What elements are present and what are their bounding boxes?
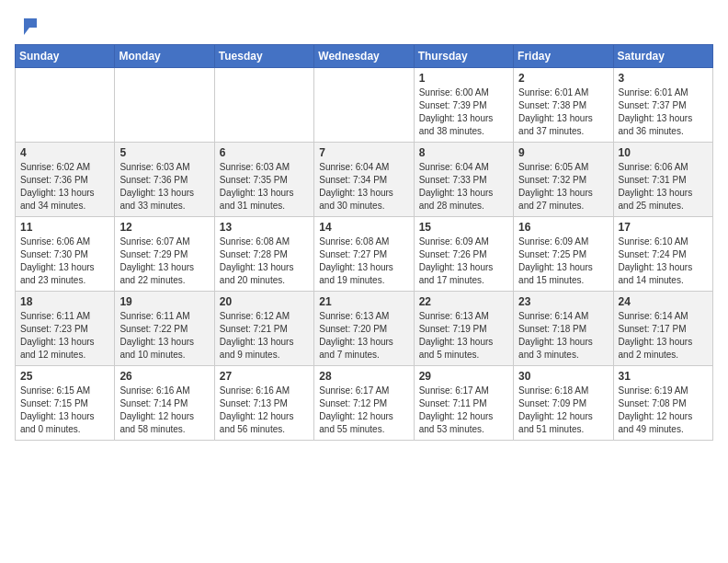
- calendar-cell: 18Sunrise: 6:11 AM Sunset: 7:23 PM Dayli…: [16, 292, 115, 366]
- page-header: [15, 15, 713, 35]
- day-number: 4: [20, 146, 109, 159]
- day-number: 24: [619, 295, 708, 308]
- cell-info: Sunrise: 6:19 AM Sunset: 7:08 PM Dayligh…: [619, 385, 708, 436]
- cell-info: Sunrise: 6:05 AM Sunset: 7:32 PM Dayligh…: [518, 161, 608, 213]
- day-number: 19: [119, 295, 209, 308]
- calendar-cell: 29Sunrise: 6:17 AM Sunset: 7:11 PM Dayli…: [414, 366, 513, 441]
- day-number: 12: [119, 221, 209, 234]
- calendar-cell: 16Sunrise: 6:09 AM Sunset: 7:25 PM Dayli…: [514, 217, 613, 292]
- day-number: 2: [518, 72, 608, 85]
- col-header-tuesday: Tuesday: [214, 45, 313, 68]
- calendar-cell: 30Sunrise: 6:18 AM Sunset: 7:09 PM Dayli…: [514, 366, 613, 441]
- cell-info: Sunrise: 6:06 AM Sunset: 7:31 PM Dayligh…: [619, 161, 708, 213]
- calendar-cell: 20Sunrise: 6:12 AM Sunset: 7:21 PM Dayli…: [214, 292, 313, 366]
- cell-info: Sunrise: 6:01 AM Sunset: 7:37 PM Dayligh…: [619, 86, 708, 138]
- calendar-cell: 15Sunrise: 6:09 AM Sunset: 7:26 PM Dayli…: [414, 217, 513, 292]
- col-header-thursday: Thursday: [414, 45, 513, 68]
- calendar-cell: 17Sunrise: 6:10 AM Sunset: 7:24 PM Dayli…: [613, 217, 712, 292]
- day-number: 10: [619, 146, 708, 159]
- cell-info: Sunrise: 6:13 AM Sunset: 7:19 PM Dayligh…: [419, 310, 508, 362]
- calendar-cell: [16, 68, 115, 143]
- calendar-cell: 21Sunrise: 6:13 AM Sunset: 7:20 PM Dayli…: [314, 292, 414, 366]
- calendar-cell: 13Sunrise: 6:08 AM Sunset: 7:28 PM Dayli…: [214, 217, 313, 292]
- calendar-cell: 28Sunrise: 6:17 AM Sunset: 7:12 PM Dayli…: [314, 366, 414, 441]
- day-number: 17: [619, 221, 708, 234]
- calendar-cell: 22Sunrise: 6:13 AM Sunset: 7:19 PM Dayli…: [414, 292, 513, 366]
- cell-info: Sunrise: 6:08 AM Sunset: 7:28 PM Dayligh…: [220, 236, 309, 287]
- calendar-cell: 11Sunrise: 6:06 AM Sunset: 7:30 PM Dayli…: [16, 217, 115, 292]
- col-header-friday: Friday: [514, 45, 613, 68]
- cell-info: Sunrise: 6:02 AM Sunset: 7:36 PM Dayligh…: [20, 161, 109, 213]
- day-number: 23: [518, 295, 608, 308]
- day-number: 15: [419, 221, 508, 234]
- logo-icon: [17, 15, 37, 35]
- day-number: 1: [419, 72, 508, 85]
- day-number: 13: [220, 221, 309, 234]
- cell-info: Sunrise: 6:17 AM Sunset: 7:11 PM Dayligh…: [419, 385, 508, 436]
- day-number: 22: [419, 295, 508, 308]
- day-number: 26: [119, 370, 209, 383]
- calendar-week-5: 25Sunrise: 6:15 AM Sunset: 7:15 PM Dayli…: [16, 366, 713, 441]
- calendar-cell: 5Sunrise: 6:03 AM Sunset: 7:36 PM Daylig…: [115, 143, 214, 217]
- cell-info: Sunrise: 6:04 AM Sunset: 7:34 PM Dayligh…: [319, 161, 408, 213]
- day-number: 30: [518, 370, 608, 383]
- cell-info: Sunrise: 6:07 AM Sunset: 7:29 PM Dayligh…: [119, 236, 209, 287]
- calendar-cell: 9Sunrise: 6:05 AM Sunset: 7:32 PM Daylig…: [514, 143, 613, 217]
- cell-info: Sunrise: 6:13 AM Sunset: 7:20 PM Dayligh…: [319, 310, 408, 362]
- day-number: 21: [319, 295, 408, 308]
- day-number: 20: [220, 295, 309, 308]
- cell-info: Sunrise: 6:06 AM Sunset: 7:30 PM Dayligh…: [20, 236, 109, 287]
- day-number: 29: [419, 370, 508, 383]
- calendar-cell: 31Sunrise: 6:19 AM Sunset: 7:08 PM Dayli…: [613, 366, 712, 441]
- day-number: 6: [220, 146, 309, 159]
- day-number: 28: [319, 370, 408, 383]
- calendar-cell: [314, 68, 414, 143]
- calendar-cell: 7Sunrise: 6:04 AM Sunset: 7:34 PM Daylig…: [314, 143, 414, 217]
- cell-info: Sunrise: 6:08 AM Sunset: 7:27 PM Dayligh…: [319, 236, 408, 287]
- calendar-cell: 6Sunrise: 6:03 AM Sunset: 7:35 PM Daylig…: [214, 143, 313, 217]
- cell-info: Sunrise: 6:18 AM Sunset: 7:09 PM Dayligh…: [518, 385, 608, 436]
- day-number: 11: [20, 221, 109, 234]
- svg-marker-0: [24, 18, 37, 35]
- calendar-cell: 8Sunrise: 6:04 AM Sunset: 7:33 PM Daylig…: [414, 143, 513, 217]
- calendar-cell: 24Sunrise: 6:14 AM Sunset: 7:17 PM Dayli…: [613, 292, 712, 366]
- cell-info: Sunrise: 6:04 AM Sunset: 7:33 PM Dayligh…: [419, 161, 508, 213]
- col-header-wednesday: Wednesday: [314, 45, 414, 68]
- calendar-cell: 12Sunrise: 6:07 AM Sunset: 7:29 PM Dayli…: [115, 217, 214, 292]
- calendar-cell: 3Sunrise: 6:01 AM Sunset: 7:37 PM Daylig…: [613, 68, 712, 143]
- day-number: 3: [619, 72, 708, 85]
- cell-info: Sunrise: 6:11 AM Sunset: 7:22 PM Dayligh…: [119, 310, 209, 362]
- day-number: 5: [119, 146, 209, 159]
- calendar-cell: 23Sunrise: 6:14 AM Sunset: 7:18 PM Dayli…: [514, 292, 613, 366]
- calendar-cell: 19Sunrise: 6:11 AM Sunset: 7:22 PM Dayli…: [115, 292, 214, 366]
- calendar-cell: 4Sunrise: 6:02 AM Sunset: 7:36 PM Daylig…: [16, 143, 115, 217]
- calendar-cell: 1Sunrise: 6:00 AM Sunset: 7:39 PM Daylig…: [414, 68, 513, 143]
- day-number: 18: [20, 295, 109, 308]
- day-number: 9: [518, 146, 608, 159]
- col-header-saturday: Saturday: [613, 45, 712, 68]
- col-header-sunday: Sunday: [16, 45, 115, 68]
- day-number: 14: [319, 221, 408, 234]
- cell-info: Sunrise: 6:15 AM Sunset: 7:15 PM Dayligh…: [20, 385, 109, 436]
- calendar-week-2: 4Sunrise: 6:02 AM Sunset: 7:36 PM Daylig…: [16, 143, 713, 217]
- cell-info: Sunrise: 6:03 AM Sunset: 7:36 PM Dayligh…: [119, 161, 209, 213]
- calendar-cell: [115, 68, 214, 143]
- cell-info: Sunrise: 6:03 AM Sunset: 7:35 PM Dayligh…: [220, 161, 309, 213]
- calendar-week-3: 11Sunrise: 6:06 AM Sunset: 7:30 PM Dayli…: [16, 217, 713, 292]
- calendar-cell: 10Sunrise: 6:06 AM Sunset: 7:31 PM Dayli…: [613, 143, 712, 217]
- calendar-table: SundayMondayTuesdayWednesdayThursdayFrid…: [15, 44, 713, 441]
- cell-info: Sunrise: 6:16 AM Sunset: 7:13 PM Dayligh…: [220, 385, 309, 436]
- day-number: 31: [619, 370, 708, 383]
- cell-info: Sunrise: 6:09 AM Sunset: 7:26 PM Dayligh…: [419, 236, 508, 287]
- col-header-monday: Monday: [115, 45, 214, 68]
- day-number: 7: [319, 146, 408, 159]
- day-number: 8: [419, 146, 508, 159]
- calendar-cell: 27Sunrise: 6:16 AM Sunset: 7:13 PM Dayli…: [214, 366, 313, 441]
- calendar-cell: 14Sunrise: 6:08 AM Sunset: 7:27 PM Dayli…: [314, 217, 414, 292]
- cell-info: Sunrise: 6:11 AM Sunset: 7:23 PM Dayligh…: [20, 310, 109, 362]
- cell-info: Sunrise: 6:14 AM Sunset: 7:17 PM Dayligh…: [619, 310, 708, 362]
- calendar-cell: 2Sunrise: 6:01 AM Sunset: 7:38 PM Daylig…: [514, 68, 613, 143]
- calendar-header-row: SundayMondayTuesdayWednesdayThursdayFrid…: [16, 45, 713, 68]
- calendar-cell: 26Sunrise: 6:16 AM Sunset: 7:14 PM Dayli…: [115, 366, 214, 441]
- day-number: 27: [220, 370, 309, 383]
